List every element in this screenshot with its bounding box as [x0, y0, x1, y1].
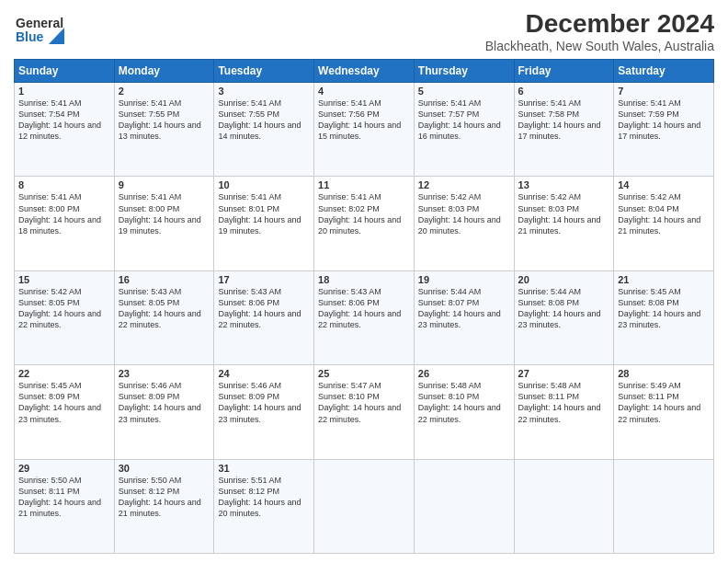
table-row: 31Sunrise: 5:51 AMSunset: 8:12 PMDayligh…: [214, 459, 314, 553]
svg-text:General: General: [16, 16, 63, 30]
table-row: 25Sunrise: 5:47 AMSunset: 8:10 PMDayligh…: [314, 365, 415, 459]
day-info: Sunrise: 5:42 AMSunset: 8:05 PMDaylight:…: [18, 286, 110, 331]
day-number: 4: [318, 86, 410, 97]
day-info: Sunrise: 5:43 AMSunset: 8:06 PMDaylight:…: [318, 286, 410, 331]
day-number: 24: [218, 368, 310, 379]
day-number: 21: [618, 274, 710, 285]
day-number: 15: [18, 274, 110, 285]
col-saturday: Saturday: [614, 60, 714, 83]
table-row: 10Sunrise: 5:41 AMSunset: 8:01 PMDayligh…: [214, 177, 314, 270]
day-info: Sunrise: 5:49 AMSunset: 8:11 PMDaylight:…: [618, 380, 710, 425]
day-info: Sunrise: 5:45 AMSunset: 8:09 PMDaylight:…: [18, 380, 110, 425]
table-row: [414, 459, 514, 553]
table-row: [514, 459, 614, 553]
day-number: 3: [218, 86, 310, 97]
day-number: 23: [119, 368, 210, 379]
day-info: Sunrise: 5:48 AMSunset: 8:11 PMDaylight:…: [518, 380, 610, 425]
calendar-week-row: 29Sunrise: 5:50 AMSunset: 8:11 PMDayligh…: [15, 459, 714, 553]
table-row: 29Sunrise: 5:50 AMSunset: 8:11 PMDayligh…: [15, 459, 115, 553]
table-row: 18Sunrise: 5:43 AMSunset: 8:06 PMDayligh…: [314, 270, 415, 364]
day-number: 20: [518, 274, 610, 285]
col-sunday: Sunday: [15, 60, 115, 83]
day-number: 22: [18, 368, 110, 379]
day-info: Sunrise: 5:42 AMSunset: 8:03 PMDaylight:…: [518, 191, 610, 236]
table-row: 17Sunrise: 5:43 AMSunset: 8:06 PMDayligh…: [214, 270, 314, 364]
day-number: 11: [318, 179, 410, 190]
day-number: 14: [618, 179, 710, 190]
day-number: 17: [218, 274, 310, 285]
day-number: 18: [318, 274, 410, 285]
col-wednesday: Wednesday: [314, 60, 415, 83]
day-info: Sunrise: 5:42 AMSunset: 8:04 PMDaylight:…: [618, 191, 710, 236]
table-row: 7Sunrise: 5:41 AMSunset: 7:59 PMDaylight…: [614, 83, 714, 177]
day-number: 27: [518, 368, 610, 379]
table-row: 9Sunrise: 5:41 AMSunset: 8:00 PMDaylight…: [114, 177, 214, 270]
table-row: [314, 459, 415, 553]
day-info: Sunrise: 5:48 AMSunset: 8:10 PMDaylight:…: [418, 380, 510, 425]
title-block: December 2024 Blackheath, New South Wale…: [485, 9, 714, 53]
day-number: 7: [618, 86, 710, 97]
table-row: 4Sunrise: 5:41 AMSunset: 7:56 PMDaylight…: [314, 83, 415, 177]
table-row: 5Sunrise: 5:41 AMSunset: 7:57 PMDaylight…: [414, 83, 514, 177]
day-info: Sunrise: 5:50 AMSunset: 8:11 PMDaylight:…: [18, 475, 110, 520]
day-number: 2: [119, 86, 210, 97]
day-number: 12: [418, 179, 510, 190]
page-title: December 2024: [485, 9, 714, 39]
day-number: 25: [318, 368, 410, 379]
calendar-week-row: 8Sunrise: 5:41 AMSunset: 8:00 PMDaylight…: [15, 177, 714, 270]
table-row: 21Sunrise: 5:45 AMSunset: 8:08 PMDayligh…: [614, 270, 714, 364]
col-tuesday: Tuesday: [214, 60, 314, 83]
table-row: 11Sunrise: 5:41 AMSunset: 8:02 PMDayligh…: [314, 177, 415, 270]
day-number: 13: [518, 179, 610, 190]
day-info: Sunrise: 5:51 AMSunset: 8:12 PMDaylight:…: [218, 475, 310, 520]
day-info: Sunrise: 5:41 AMSunset: 8:00 PMDaylight:…: [18, 191, 110, 236]
day-info: Sunrise: 5:41 AMSunset: 7:55 PMDaylight:…: [119, 98, 210, 143]
day-info: Sunrise: 5:50 AMSunset: 8:12 PMDaylight:…: [119, 475, 210, 520]
col-monday: Monday: [114, 60, 214, 83]
table-row: 15Sunrise: 5:42 AMSunset: 8:05 PMDayligh…: [15, 270, 115, 364]
day-number: 6: [518, 86, 610, 97]
day-info: Sunrise: 5:42 AMSunset: 8:03 PMDaylight:…: [418, 191, 510, 236]
table-row: 2Sunrise: 5:41 AMSunset: 7:55 PMDaylight…: [114, 83, 214, 177]
day-number: 19: [418, 274, 510, 285]
day-number: 9: [119, 179, 210, 190]
day-info: Sunrise: 5:44 AMSunset: 8:08 PMDaylight:…: [518, 286, 610, 331]
page-subtitle: Blackheath, New South Wales, Australia: [485, 39, 714, 53]
table-row: 16Sunrise: 5:43 AMSunset: 8:05 PMDayligh…: [114, 270, 214, 364]
calendar-week-row: 15Sunrise: 5:42 AMSunset: 8:05 PMDayligh…: [15, 270, 714, 364]
calendar-week-row: 22Sunrise: 5:45 AMSunset: 8:09 PMDayligh…: [15, 365, 714, 459]
col-friday: Friday: [514, 60, 614, 83]
table-row: 27Sunrise: 5:48 AMSunset: 8:11 PMDayligh…: [514, 365, 614, 459]
table-row: 1Sunrise: 5:41 AMSunset: 7:54 PMDaylight…: [15, 83, 115, 177]
logo: General Blue: [14, 9, 64, 53]
day-info: Sunrise: 5:41 AMSunset: 8:00 PMDaylight:…: [119, 191, 210, 236]
day-info: Sunrise: 5:41 AMSunset: 7:55 PMDaylight:…: [218, 98, 310, 143]
table-row: 13Sunrise: 5:42 AMSunset: 8:03 PMDayligh…: [514, 177, 614, 270]
day-number: 1: [18, 86, 110, 97]
table-row: 23Sunrise: 5:46 AMSunset: 8:09 PMDayligh…: [114, 365, 214, 459]
day-info: Sunrise: 5:41 AMSunset: 7:54 PMDaylight:…: [18, 98, 110, 143]
day-number: 16: [119, 274, 210, 285]
day-number: 29: [18, 463, 110, 474]
table-row: 6Sunrise: 5:41 AMSunset: 7:58 PMDaylight…: [514, 83, 614, 177]
table-row: 19Sunrise: 5:44 AMSunset: 8:07 PMDayligh…: [414, 270, 514, 364]
day-info: Sunrise: 5:41 AMSunset: 8:02 PMDaylight:…: [318, 191, 410, 236]
day-info: Sunrise: 5:46 AMSunset: 8:09 PMDaylight:…: [119, 380, 210, 425]
table-row: 3Sunrise: 5:41 AMSunset: 7:55 PMDaylight…: [214, 83, 314, 177]
day-info: Sunrise: 5:47 AMSunset: 8:10 PMDaylight:…: [318, 380, 410, 425]
header: General Blue December 2024 Blackheath, N…: [14, 9, 714, 53]
day-info: Sunrise: 5:43 AMSunset: 8:05 PMDaylight:…: [119, 286, 210, 331]
svg-text:Blue: Blue: [16, 29, 44, 44]
day-number: 30: [119, 463, 210, 474]
table-row: 30Sunrise: 5:50 AMSunset: 8:12 PMDayligh…: [114, 459, 214, 553]
day-info: Sunrise: 5:41 AMSunset: 7:56 PMDaylight:…: [318, 98, 410, 143]
day-number: 31: [218, 463, 310, 474]
day-info: Sunrise: 5:41 AMSunset: 7:57 PMDaylight:…: [418, 98, 510, 143]
calendar-week-row: 1Sunrise: 5:41 AMSunset: 7:54 PMDaylight…: [15, 83, 714, 177]
day-info: Sunrise: 5:44 AMSunset: 8:07 PMDaylight:…: [418, 286, 510, 331]
day-number: 10: [218, 179, 310, 190]
table-row: 24Sunrise: 5:46 AMSunset: 8:09 PMDayligh…: [214, 365, 314, 459]
day-info: Sunrise: 5:46 AMSunset: 8:09 PMDaylight:…: [218, 380, 310, 425]
calendar-table: Sunday Monday Tuesday Wednesday Thursday…: [14, 59, 714, 554]
day-number: 8: [18, 179, 110, 190]
